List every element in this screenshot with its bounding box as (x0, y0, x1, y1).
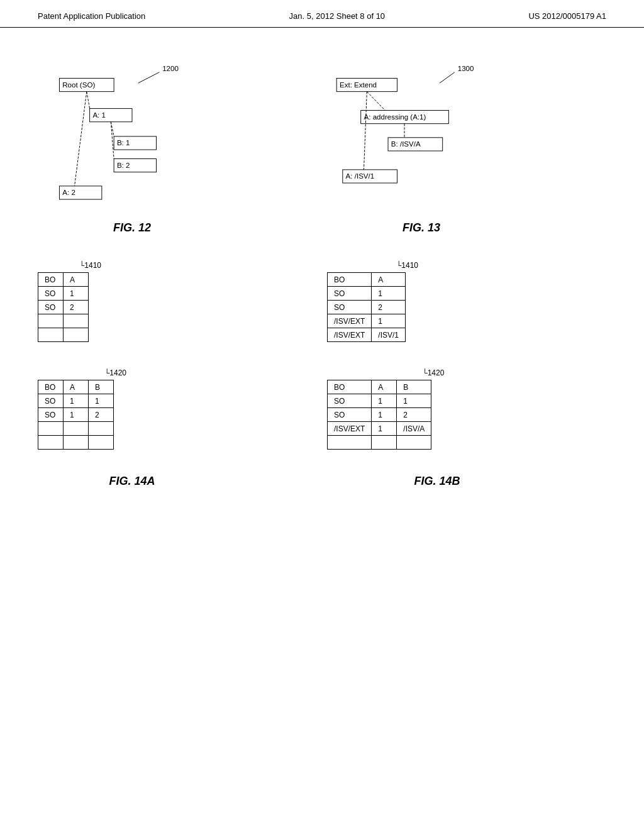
table-row: SO 1 2 (38, 408, 114, 422)
cell: 2 (89, 408, 114, 422)
cell: SO (38, 394, 64, 408)
fig14a-label: FIG. 14A (38, 475, 226, 488)
table-row: SO 1 2 (328, 408, 431, 422)
cell (38, 422, 64, 436)
fig13-diagram: 1300 Ext: Extend A: addressing (A:1) B: … (327, 53, 516, 216)
fig12-container: 1200 Root (SO) A: 1 B: 1 B: 2 (38, 53, 226, 235)
fig12-diagram: 1200 Root (SO) A: 1 B: 1 B: 2 (38, 53, 226, 216)
cell: 2 (64, 301, 89, 314)
svg-rect-8 (114, 159, 156, 172)
fig14b-label: FIG. 14B (327, 475, 547, 488)
cell: /ISV/EXT (328, 314, 372, 328)
svg-rect-6 (114, 136, 156, 150)
table-row: /ISV/EXT 1 (328, 314, 406, 328)
cell (89, 436, 114, 450)
cell: SO (38, 408, 64, 422)
table-row: /ISV/EXT 1 /ISV/A (328, 422, 431, 436)
table-row (38, 436, 114, 450)
svg-line-1 (138, 72, 160, 83)
svg-line-28 (364, 92, 367, 170)
top-figures-row: 1200 Root (SO) A: 1 B: 1 B: 2 (38, 53, 606, 235)
cell: BO (328, 273, 372, 287)
cell: 2 (372, 301, 406, 314)
svg-text:A: /ISV/1: A: /ISV/1 (346, 172, 375, 180)
svg-line-13 (111, 122, 114, 136)
cell: 1 (397, 394, 431, 408)
fig14a-table1420-callout: └1420 (104, 368, 126, 377)
svg-rect-18 (336, 78, 397, 91)
fig13-container: 1300 Ext: Extend A: addressing (A:1) B: … (327, 53, 516, 235)
table-row: SO 1 (328, 287, 406, 301)
svg-text:A: addressing (A:1): A: addressing (A:1) (364, 113, 426, 121)
table-row: BO A B (328, 380, 431, 394)
cell (64, 328, 89, 342)
svg-text:B: 1: B: 1 (117, 139, 130, 147)
cell: A (372, 380, 397, 394)
cell: 1 (64, 287, 89, 301)
fig14b-table1410: BO A SO 1 SO 2 /ISV/EXT (327, 272, 406, 342)
fig14a-table1410-callout: └1410 (79, 261, 101, 270)
cell: 2 (397, 408, 431, 422)
cell: /ISV/EXT (328, 422, 372, 436)
cell: BO (38, 273, 64, 287)
fig14b-container: └1410 BO A SO 1 SO 2 (327, 272, 547, 488)
cell: SO (328, 301, 372, 314)
cell (397, 436, 431, 450)
table-row: BO A B (38, 380, 114, 394)
cell: /ISV/1 (372, 328, 406, 342)
cell: BO (328, 380, 372, 394)
fig14b-table1420: BO A B SO 1 1 SO 1 2 (327, 380, 431, 450)
svg-rect-20 (361, 110, 449, 123)
svg-rect-10 (59, 186, 101, 199)
cell: A (64, 273, 89, 287)
cell: BO (38, 380, 64, 394)
table-row: SO 1 (38, 287, 89, 301)
cell: 1 (64, 394, 89, 408)
cell: SO (328, 287, 372, 301)
svg-text:1300: 1300 (458, 65, 474, 72)
cell: SO (328, 408, 372, 422)
svg-text:Ext: Extend: Ext: Extend (340, 81, 377, 89)
svg-line-17 (440, 72, 455, 83)
table-row: /ISV/EXT /ISV/1 (328, 328, 406, 342)
table-row: SO 1 1 (328, 394, 431, 408)
svg-line-26 (367, 92, 385, 111)
svg-text:B: 2: B: 2 (117, 162, 130, 169)
fig12-label: FIG. 12 (38, 221, 226, 235)
header-right: US 2012/0005179 A1 (528, 11, 606, 21)
svg-rect-22 (388, 138, 443, 151)
cell (328, 436, 372, 450)
cell (64, 314, 89, 328)
svg-line-15 (75, 92, 87, 186)
table-row (38, 314, 89, 328)
fig14b-table1420-callout: └1420 (422, 368, 444, 377)
cell: /ISV/A (397, 422, 431, 436)
table-row (38, 422, 114, 436)
fig13-label: FIG. 13 (327, 221, 516, 235)
cell: A (372, 273, 406, 287)
cell: A (64, 380, 89, 394)
bottom-figures-row: └1410 BO A SO 1 SO 2 (38, 272, 606, 488)
table-row (328, 436, 431, 450)
cell (64, 436, 89, 450)
svg-rect-4 (90, 109, 132, 122)
fig14a-table1410: BO A SO 1 SO 2 (38, 272, 89, 342)
svg-line-14 (111, 122, 114, 159)
svg-text:A: 2: A: 2 (62, 189, 75, 196)
svg-rect-2 (59, 78, 114, 91)
svg-rect-24 (343, 170, 397, 183)
table-row (38, 328, 89, 342)
cell: B (89, 380, 114, 394)
cell: B (397, 380, 431, 394)
table-row: BO A (328, 273, 406, 287)
svg-text:A: 1: A: 1 (92, 111, 106, 119)
cell (38, 314, 64, 328)
main-content: 1200 Root (SO) A: 1 B: 1 B: 2 (0, 28, 644, 513)
table-row: BO A (38, 273, 89, 287)
fig14a-table1420: BO A B SO 1 1 SO 1 2 (38, 380, 114, 450)
svg-line-12 (87, 92, 90, 109)
cell (89, 422, 114, 436)
svg-text:1200: 1200 (162, 65, 179, 72)
page-header: Patent Application Publication Jan. 5, 2… (0, 0, 644, 28)
cell: /ISV/EXT (328, 328, 372, 342)
